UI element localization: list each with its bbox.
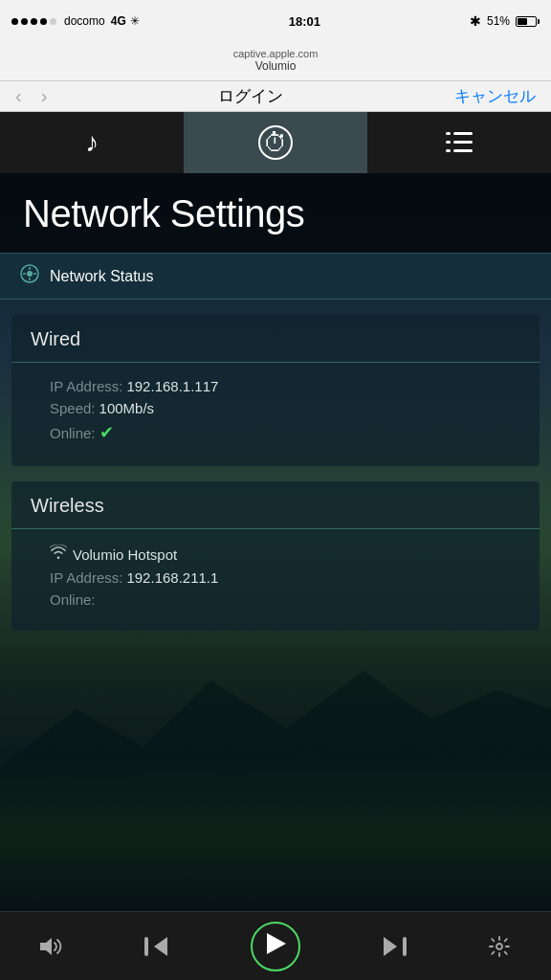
wireless-details: Volumio Hotspot IP Address: 192.168.211.…	[11, 529, 540, 631]
play-icon	[267, 933, 286, 960]
status-bar: docomo 4G ✳ 18:01 ✱ 51%	[0, 0, 551, 42]
carrier-label: docomo	[64, 14, 105, 28]
section-header-network-status: Network Status	[0, 253, 551, 300]
svg-rect-4	[446, 141, 451, 144]
svg-rect-1	[453, 141, 473, 144]
page-title-bar: Network Settings	[0, 173, 551, 253]
browser-url-bar: captive.apple.com Volumio	[0, 42, 551, 81]
browser-forward-button[interactable]: ›	[41, 85, 48, 107]
wired-speed-value: 100Mb/s	[99, 400, 155, 416]
wireless-ip-label: IP Address:	[50, 569, 122, 586]
battery-label: 51%	[487, 14, 510, 28]
app-tab-bar: ♪ ⏱	[0, 112, 551, 173]
player-bar	[0, 911, 551, 980]
browser-back-button[interactable]: ‹	[15, 85, 22, 107]
wired-online-row: Online: ✔	[50, 422, 501, 443]
wireless-title: Wireless	[11, 481, 540, 529]
wired-details: IP Address: 192.168.1.117 Speed: 100Mb/s…	[11, 363, 540, 466]
network-type-label: 4G	[111, 14, 126, 28]
browser-cancel-button[interactable]: キャンセル	[454, 85, 536, 107]
svg-rect-19	[403, 937, 407, 956]
battery-icon	[516, 16, 540, 27]
signal-dot-5	[50, 18, 56, 25]
svg-marker-18	[384, 937, 397, 956]
clock-icon: ⏱	[258, 125, 293, 160]
network-status-label: Network Status	[50, 268, 153, 285]
volume-button[interactable]	[40, 937, 63, 956]
music-icon: ♪	[85, 127, 99, 158]
svg-rect-0	[453, 132, 473, 135]
tab-queue[interactable]	[367, 112, 551, 173]
wired-title: Wired	[11, 315, 540, 363]
svg-rect-5	[446, 149, 451, 152]
svg-marker-15	[154, 937, 167, 956]
wired-online-check-icon: ✔	[99, 422, 114, 443]
browser-nav-arrows: ‹ ›	[15, 85, 47, 107]
lte-icon: ✳	[130, 14, 140, 28]
wireless-ssid-value: Volumio Hotspot	[73, 546, 177, 563]
wired-speed-row: Speed: 100Mb/s	[50, 400, 501, 416]
status-right: ✱ 51%	[470, 13, 540, 29]
play-button[interactable]	[251, 922, 300, 971]
browser-nav-bar: ‹ › ログイン キャンセル	[0, 81, 551, 112]
svg-rect-16	[144, 937, 148, 956]
browser-page-title: ログイン	[218, 85, 283, 107]
wired-network-card: Wired IP Address: 192.168.1.117 Speed: 1…	[11, 315, 540, 466]
list-icon	[446, 132, 473, 153]
browser-title-text: Volumio	[11, 59, 540, 73]
svg-rect-2	[453, 149, 473, 152]
signal-dots	[11, 18, 56, 25]
wired-ip-value: 192.168.1.117	[126, 378, 218, 394]
wired-ip-label: IP Address:	[50, 378, 122, 394]
wireless-online-label: Online:	[50, 591, 96, 608]
status-time: 18:01	[289, 14, 320, 29]
tab-settings[interactable]: ⏱	[184, 112, 367, 173]
svg-rect-3	[446, 132, 451, 135]
tab-music[interactable]: ♪	[0, 112, 184, 173]
bluetooth-icon: ✱	[470, 13, 481, 29]
wireless-ip-value: 192.168.211.1	[126, 569, 218, 586]
wireless-ssid-row: Volumio Hotspot	[50, 545, 501, 564]
wifi-icon	[50, 545, 67, 564]
signal-dot-1	[11, 18, 18, 25]
wired-speed-label: Speed:	[50, 400, 96, 416]
next-button[interactable]	[382, 936, 407, 957]
svg-point-9	[27, 271, 33, 277]
prev-button[interactable]	[144, 936, 169, 957]
main-content: Network Settings Network Status Wired	[0, 173, 551, 920]
browser-url-text: captive.apple.com	[11, 48, 540, 59]
wireless-network-card: Wireless Volumio Hotspot IP Address:	[11, 481, 540, 631]
wireless-online-row: Online:	[50, 591, 501, 608]
signal-dot-3	[31, 18, 37, 25]
wired-online-label: Online:	[50, 425, 96, 441]
signal-dot-4	[40, 18, 47, 25]
svg-point-20	[496, 944, 502, 949]
settings-button[interactable]	[488, 935, 511, 958]
status-left: docomo 4G ✳	[11, 14, 140, 28]
wireless-ip-row: IP Address: 192.168.211.1	[50, 569, 501, 586]
svg-marker-17	[267, 933, 286, 954]
content-inner: Network Settings Network Status Wired	[0, 173, 551, 631]
page-title: Network Settings	[23, 192, 528, 235]
network-status-icon	[19, 263, 40, 289]
svg-marker-14	[40, 938, 52, 955]
wired-ip-row: IP Address: 192.168.1.117	[50, 378, 501, 394]
signal-dot-2	[21, 18, 28, 25]
